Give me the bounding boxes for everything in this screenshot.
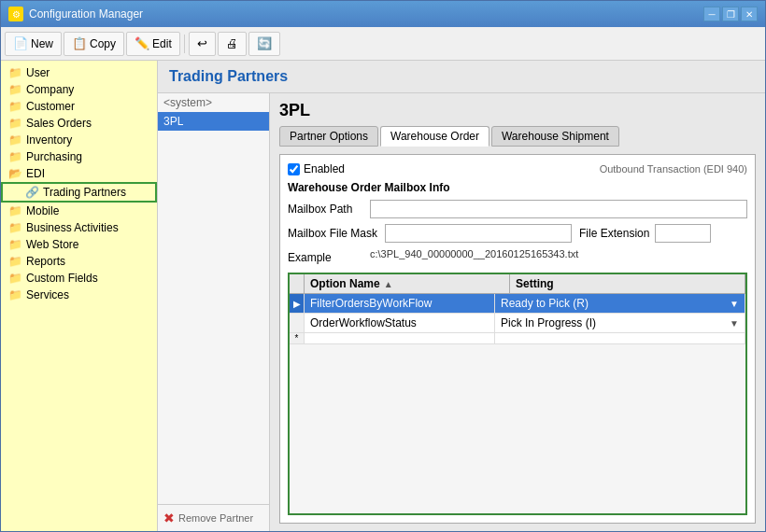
copy-button[interactable]: 📋 Copy <box>64 32 124 56</box>
print-button[interactable]: 🖨 <box>218 32 247 56</box>
new-button[interactable]: 📄 New <box>5 32 62 56</box>
sidebar-item-label: Business Activities <box>26 221 119 234</box>
sidebar-item-label: Inventory <box>26 133 72 147</box>
dropdown-arrow-icon: ▼ <box>730 299 739 309</box>
grid-row[interactable]: ▶ FilterOrdersByWorkFlow Ready to Pick (… <box>290 294 745 314</box>
sidebar: 📁 User 📁 Company 📁 Customer 📁 Sales Orde… <box>1 61 158 531</box>
folder-icon: 📁 <box>8 117 22 130</box>
partner-list-item-3pl[interactable]: 3PL <box>158 112 269 131</box>
sidebar-item-custom-fields[interactable]: 📁 Custom Fields <box>1 270 157 287</box>
sidebar-item-label: Mobile <box>26 204 59 217</box>
enabled-row: Enabled Outbound Transaction (EDI 940) <box>288 162 747 175</box>
partner-footer: ✖ Remove Partner <box>158 504 269 531</box>
minimize-button[interactable]: ─ <box>703 7 720 21</box>
col-option-label: Option Name <box>310 277 380 290</box>
options-grid: Option Name ▲ Setting ▶ <box>288 273 747 515</box>
sidebar-item-label: EDI <box>26 167 45 180</box>
sidebar-item-label: User <box>26 66 50 79</box>
grid-col-option[interactable]: Option Name ▲ <box>305 274 510 293</box>
sidebar-item-label: Reports <box>26 255 65 268</box>
edit-button[interactable]: ✏️ Edit <box>126 32 180 56</box>
grid-header: Option Name ▲ Setting <box>290 274 745 294</box>
edit-icon: ✏️ <box>135 36 149 50</box>
folder-icon: 📁 <box>8 83 22 96</box>
setting-value: Ready to Pick (R) <box>501 297 589 310</box>
sidebar-item-company[interactable]: 📁 Company <box>1 81 157 98</box>
sidebar-item-reports[interactable]: 📁 Reports <box>1 253 157 270</box>
sidebar-item-mobile[interactable]: 📁 Mobile <box>1 203 157 219</box>
file-extension-label: File Extension <box>579 227 649 240</box>
mailbox-file-mask-input[interactable] <box>385 224 572 243</box>
file-ext-group: File Extension <box>579 224 711 243</box>
content-area: Trading Partners <system> 3PL <box>158 61 765 531</box>
mailbox-path-row: Mailbox Path <box>288 200 747 218</box>
grid-cell-option: FilterOrdersByWorkFlow <box>305 294 495 313</box>
grid-row[interactable]: OrderWorkflowStatus Pick In Progress (I)… <box>290 314 745 333</box>
folder-open-icon: 📂 <box>8 167 22 180</box>
restore-button[interactable]: ❐ <box>722 7 739 21</box>
folder-icon: 📁 <box>8 221 22 234</box>
sidebar-item-user[interactable]: 📁 User <box>1 64 157 81</box>
grid-col-setting[interactable]: Setting <box>510 274 745 293</box>
refresh-icon: 🔄 <box>257 36 272 50</box>
grid-cell-setting[interactable]: Ready to Pick (R) ▼ <box>495 294 745 313</box>
folder-icon: 📁 <box>8 272 22 285</box>
grid-new-row[interactable]: * <box>290 333 745 344</box>
sidebar-item-purchasing[interactable]: 📁 Purchasing <box>1 148 157 165</box>
sidebar-item-customer[interactable]: 📁 Customer <box>1 98 157 115</box>
example-value: c:\3PL_940_00000000__20160125165343.txt <box>370 248 578 259</box>
remove-partner-button[interactable]: ✖ Remove Partner <box>163 511 253 525</box>
sidebar-item-trading-partners[interactable]: 🔗 Trading Partners <box>1 182 157 203</box>
dropdown-arrow-icon: ▼ <box>730 318 739 329</box>
sidebar-item-services[interactable]: 📁 Services <box>1 287 157 303</box>
copy-icon: 📋 <box>72 36 87 50</box>
new-row-star: * <box>290 333 305 343</box>
enabled-checkbox[interactable] <box>288 163 300 175</box>
sidebar-item-label: Custom Fields <box>26 272 98 285</box>
edit-label: Edit <box>152 37 172 50</box>
sidebar-item-label: Web Store <box>26 238 78 251</box>
content-body: <system> 3PL ✖ Remove Partner <box>158 93 765 531</box>
tab-partner-options[interactable]: Partner Options <box>279 126 378 147</box>
file-extension-input[interactable] <box>655 224 711 243</box>
sort-icon: ▲ <box>384 279 393 289</box>
main-content: 📁 User 📁 Company 📁 Customer 📁 Sales Orde… <box>1 61 765 531</box>
sidebar-item-sales-orders[interactable]: 📁 Sales Orders <box>1 115 157 132</box>
undo-button[interactable]: ↩ <box>189 32 216 56</box>
remove-icon: ✖ <box>163 511 175 525</box>
partner-detail: 3PL Partner Options Warehouse Order Ware… <box>270 93 765 531</box>
sidebar-item-label: Purchasing <box>26 150 82 163</box>
sidebar-item-business-activities[interactable]: 📁 Business Activities <box>1 219 157 236</box>
row-indicator: ▶ <box>290 294 305 313</box>
title-bar: ⚙ Configuration Manager ─ ❐ ✕ <box>1 1 765 27</box>
sidebar-item-edi[interactable]: 📂 EDI <box>1 165 157 182</box>
grid-body: ▶ FilterOrdersByWorkFlow Ready to Pick (… <box>290 294 745 513</box>
close-button[interactable]: ✕ <box>741 7 758 21</box>
tab-warehouse-shipment[interactable]: Warehouse Shipment <box>491 126 619 147</box>
print-icon: 🖨 <box>226 36 238 50</box>
partner-list-item-system[interactable]: <system> <box>158 93 269 112</box>
sidebar-item-label: Services <box>26 288 69 301</box>
outbound-label: Outbound Transaction (EDI 940) <box>600 163 747 175</box>
folder-icon: 📁 <box>8 66 22 79</box>
enabled-checkbox-label[interactable]: Enabled <box>288 162 345 175</box>
sidebar-item-inventory[interactable]: 📁 Inventory <box>1 132 157 148</box>
folder-icon: 📁 <box>8 288 22 301</box>
grid-cell-setting[interactable]: Pick In Progress (I) ▼ <box>495 314 745 332</box>
sidebar-item-web-store[interactable]: 📁 Web Store <box>1 236 157 253</box>
content-header: Trading Partners <box>158 61 765 93</box>
window-title: Configuration Manager <box>29 7 143 21</box>
setting-value: Pick In Progress (I) <box>501 316 596 329</box>
app-icon: ⚙ <box>8 7 23 21</box>
sidebar-item-label: Customer <box>26 100 75 113</box>
mailbox-file-mask-label: Mailbox File Mask <box>288 227 377 240</box>
folder-icon: 📁 <box>8 100 22 113</box>
mailbox-file-mask-row: Mailbox File Mask File Extension <box>288 224 747 243</box>
refresh-button[interactable]: 🔄 <box>248 32 280 56</box>
partner-list-panel: <system> 3PL ✖ Remove Partner <box>158 93 270 531</box>
mailbox-path-input[interactable] <box>370 200 747 218</box>
separator-1 <box>184 35 185 53</box>
mailbox-path-label: Mailbox Path <box>288 203 362 216</box>
title-bar-left: ⚙ Configuration Manager <box>8 7 143 21</box>
tab-warehouse-order[interactable]: Warehouse Order <box>380 126 489 147</box>
